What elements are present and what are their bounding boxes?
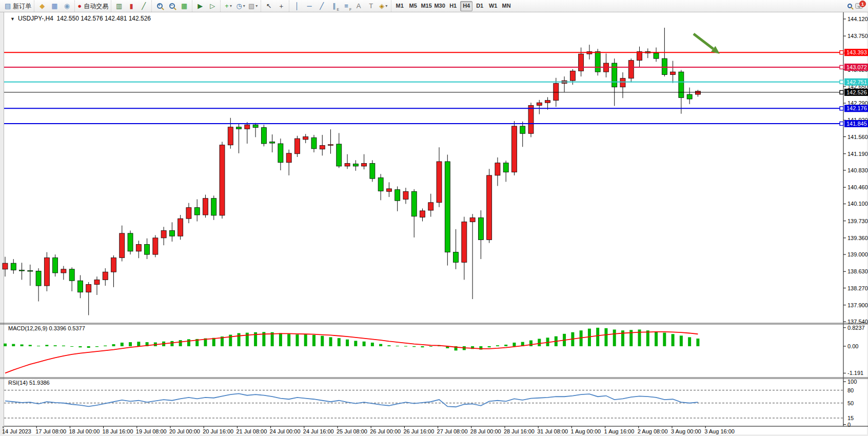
svg-text:3 Aug 00:00: 3 Aug 00:00	[671, 428, 701, 434]
svg-text:142.176: 142.176	[846, 105, 867, 111]
chart-shift-button[interactable]: ▷	[207, 1, 218, 11]
timeframe-mn-button[interactable]: MN	[500, 1, 512, 11]
trend-line-button[interactable]: ╱	[316, 1, 327, 11]
auto-trading-button-label: 自动交易	[84, 3, 108, 9]
svg-text:141.560: 141.560	[847, 134, 868, 140]
horizontal-lines-layer[interactable]: 143.393143.072142.751142.176141.845	[4, 49, 868, 127]
timeframe-m15-button[interactable]: M15	[420, 1, 432, 11]
timeframe-m5-button[interactable]: M5	[407, 1, 419, 11]
svg-text:143.393: 143.393	[846, 49, 867, 55]
timeframe-d1-button[interactable]: D1	[474, 1, 486, 11]
pointer-group: ↖＋	[261, 1, 289, 12]
candlestick-chart-button[interactable]: ▮	[126, 1, 137, 11]
market-depth-button[interactable]: ◆	[36, 1, 48, 11]
templates-button[interactable]: ▧	[247, 1, 259, 11]
main-toolbar: ▤新订单◆▦◉●自动交易▥▮╱+−▦▶▷+◷▧↖＋│─╱∥E≡FAT◈M1M5M…	[0, 0, 868, 12]
svg-text:21 Jul 08:00: 21 Jul 08:00	[236, 428, 267, 434]
indicators-icon: +	[225, 3, 229, 9]
timeframe-h4-button[interactable]: H4	[460, 1, 472, 11]
equidistant-channel-button[interactable]: ∥E	[328, 1, 340, 11]
notifications-icon[interactable]: 1	[855, 3, 863, 9]
bar-chart-button[interactable]: ▥	[113, 1, 125, 11]
svg-text:144.120: 144.120	[847, 16, 868, 22]
search-icon[interactable]	[847, 4, 852, 8]
timeframe-m1-button[interactable]: M1	[393, 1, 406, 11]
crosshair-button[interactable]: ＋	[275, 1, 287, 11]
rsi-pane: 1008050150	[4, 379, 857, 428]
cursor-button[interactable]: ↖	[263, 1, 274, 11]
auto-scroll-button[interactable]: ▶	[194, 1, 206, 11]
rsi-indicator-label[interactable]: RSI(14) 51.9386	[8, 380, 50, 386]
line-chart-button[interactable]: ╱	[138, 1, 149, 11]
new-order-button[interactable]: ▤新订单	[4, 1, 32, 11]
periods-button[interactable]: ◷	[235, 1, 246, 11]
auto-trading-button[interactable]: ●自动交易	[77, 1, 109, 11]
data-window-button[interactable]: ▦	[49, 1, 60, 11]
svg-text:137.900: 137.900	[847, 302, 868, 308]
chart-canvas[interactable]: 144.120143.750143.380143.020142.650142.2…	[0, 0, 868, 436]
macd-pane: 0.82370.00-1.191	[4, 325, 865, 376]
svg-text:28 Jul 00:00: 28 Jul 00:00	[470, 428, 501, 434]
svg-text:26 Jul 16:00: 26 Jul 16:00	[403, 428, 434, 434]
auto-trading-icon: ●	[77, 3, 82, 9]
market-depth-icon: ◆	[40, 3, 45, 9]
text-icon: A	[357, 3, 361, 9]
crosshair-icon: ＋	[278, 3, 285, 9]
svg-text:143.750: 143.750	[847, 33, 868, 39]
svg-text:141.190: 141.190	[847, 151, 868, 157]
arrows-button[interactable]: ◈	[378, 1, 389, 11]
svg-text:138.270: 138.270	[847, 285, 868, 291]
svg-text:139.000: 139.000	[847, 251, 868, 257]
periods-icon: ◷	[236, 3, 242, 9]
timeframe-group: M1M5M15M30H1H4D1W1MN	[391, 1, 515, 12]
svg-text:139.730: 139.730	[847, 218, 868, 224]
order-group: ▤新订单	[2, 1, 34, 12]
svg-text:0.00: 0.00	[847, 343, 858, 349]
vertical-line-button[interactable]: │	[291, 1, 303, 11]
zoom-in-button[interactable]: +	[154, 1, 165, 11]
timeframe-m30-button[interactable]: M30	[433, 1, 446, 11]
horizontal-line-button[interactable]: ─	[304, 1, 315, 11]
cursor-icon: ↖	[266, 3, 272, 9]
svg-text:24 Jul 16:00: 24 Jul 16:00	[303, 428, 334, 434]
notification-badge: 1	[859, 1, 866, 7]
svg-text:140.830: 140.830	[847, 167, 868, 173]
chart-ohlc-values: 142.550 142.576 142.481 142.526	[57, 15, 151, 22]
svg-text:141.845: 141.845	[846, 121, 867, 127]
equidistant-channel-icon: ∥	[332, 3, 336, 9]
svg-text:2 Aug 08:00: 2 Aug 08:00	[638, 428, 668, 434]
annotation-arrow-icon[interactable]	[694, 34, 720, 54]
text-label-icon: T	[369, 3, 373, 9]
svg-text:142.751: 142.751	[846, 79, 867, 85]
draw-group: │─╱∥E≡FAT◈	[289, 1, 391, 12]
timeframe-h1-button[interactable]: H1	[447, 1, 459, 11]
text-button[interactable]: A	[353, 1, 364, 11]
signals-button[interactable]: ◉	[61, 1, 72, 11]
svg-text:137.540: 137.540	[847, 319, 868, 325]
time-axis[interactable]: 14 Jul 202317 Jul 08:0018 Jul 00:0018 Ju…	[2, 426, 735, 434]
horizontal-line-icon: ─	[307, 3, 312, 9]
svg-text:26 Jul 00:00: 26 Jul 00:00	[370, 428, 401, 434]
pane-separators[interactable]	[0, 323, 868, 426]
svg-text:0: 0	[847, 422, 851, 428]
timeframe-w1-button[interactable]: W1	[487, 1, 499, 11]
chevron-down-icon[interactable]: ▼	[10, 16, 15, 22]
svg-text:100: 100	[847, 379, 857, 385]
svg-text:0.8237: 0.8237	[847, 325, 865, 331]
candles-layer	[3, 28, 700, 315]
macd-indicator-label[interactable]: MACD(12,26,9) 0.3396 0.5377	[8, 325, 85, 331]
svg-text:50: 50	[847, 400, 854, 406]
chart-title: ▼USDJPY-,H4 142.550 142.576 142.481 142.…	[10, 15, 151, 22]
svg-text:14 Jul 2023: 14 Jul 2023	[2, 428, 31, 434]
svg-text:80: 80	[847, 387, 854, 393]
text-label-button[interactable]: T	[365, 1, 377, 11]
chart-shift-icon: ▷	[210, 3, 215, 9]
svg-text:138.630: 138.630	[847, 268, 868, 274]
svg-text:19 Jul 08:00: 19 Jul 08:00	[136, 428, 167, 434]
zoom-in-icon: +	[157, 3, 163, 9]
indicators-button[interactable]: +	[223, 1, 234, 11]
zoom-out-button[interactable]: −	[166, 1, 177, 11]
scroll-group: ▶▷	[192, 1, 220, 12]
fibonacci-button[interactable]: ≡F	[341, 1, 352, 11]
tile-windows-button[interactable]: ▦	[179, 1, 190, 11]
